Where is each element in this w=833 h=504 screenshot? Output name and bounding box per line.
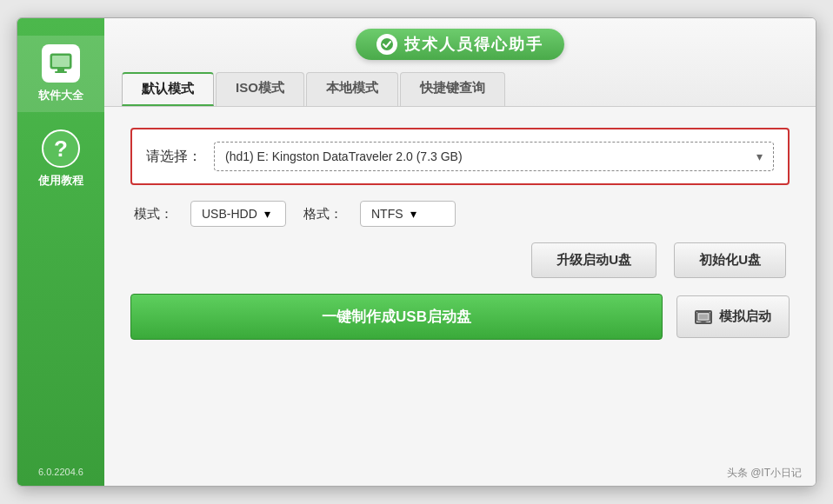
action-buttons-row: 升级启动U盘 初始化U盘 [130, 242, 790, 278]
format-dropdown[interactable]: NTFS ▾ [360, 201, 456, 227]
sidebar-tutorial-label: 使用教程 [38, 173, 83, 189]
mode-value: USB-HDD [202, 207, 257, 221]
svg-rect-8 [700, 322, 708, 322]
app-version: 6.0.2204.6 [30, 458, 92, 486]
sidebar-item-software[interactable]: 软件大全 [17, 36, 104, 112]
simulate-button-label: 模拟启动 [719, 308, 771, 325]
drive-select-dropdown[interactable]: (hd1) E: Kingston DataTraveler 2.0 (7.3 … [214, 142, 774, 171]
watermark-text: 头条 @IT小日记 [727, 467, 802, 479]
mode-dropdown-arrow: ▾ [264, 207, 270, 221]
main-content: 技术人员得心助手 默认模式 ISO模式 本地模式 快捷键查询 请选择： (hd1… [104, 18, 816, 486]
mode-label: 模式： [134, 206, 173, 222]
format-value: NTFS [371, 207, 403, 221]
sidebar-software-label: 软件大全 [38, 88, 83, 103]
svg-rect-3 [55, 71, 67, 73]
drive-select-container: 请选择： (hd1) E: Kingston DataTraveler 2.0 … [130, 128, 790, 185]
footer-watermark: 头条 @IT小日记 [104, 462, 816, 486]
drive-dropdown-arrow: ▾ [756, 149, 763, 163]
main-panel: 请选择： (hd1) E: Kingston DataTraveler 2.0 … [104, 107, 816, 462]
upgrade-button[interactable]: 升级启动U盘 [531, 242, 656, 278]
tab-iso[interactable]: ISO模式 [216, 72, 304, 106]
svg-rect-6 [699, 314, 709, 319]
tabs-bar: 默认模式 ISO模式 本地模式 快捷键查询 [104, 72, 816, 106]
main-action-row: 一键制作成USB启动盘 模拟启动 [130, 294, 790, 340]
check-icon [377, 34, 397, 55]
make-usb-button[interactable]: 一键制作成USB启动盘 [130, 294, 663, 340]
header-title: 技术人员得心助手 [404, 34, 543, 55]
tab-default[interactable]: 默认模式 [122, 72, 214, 106]
monitor-icon [42, 44, 80, 83]
mode-dropdown[interactable]: USB-HDD ▾ [190, 201, 286, 227]
top-header: 技术人员得心助手 默认模式 ISO模式 本地模式 快捷键查询 [104, 18, 816, 107]
svg-rect-1 [52, 56, 70, 67]
simulate-button[interactable]: 模拟启动 [676, 295, 790, 338]
svg-rect-7 [701, 321, 705, 322]
tab-local[interactable]: 本地模式 [306, 72, 398, 106]
header-title-bar: 技术人员得心助手 [356, 29, 564, 60]
format-label: 格式： [303, 206, 343, 222]
sidebar: 软件大全 ? 使用教程 6.0.2204.6 [17, 18, 104, 486]
drive-select-label: 请选择： [146, 148, 202, 166]
app-window: 软件大全 ? 使用教程 6.0.2204.6 技术人员得心助手 [17, 17, 816, 487]
question-icon: ? [42, 129, 80, 168]
init-button[interactable]: 初始化U盘 [674, 242, 786, 278]
simulate-icon [695, 310, 712, 324]
format-dropdown-arrow: ▾ [410, 207, 416, 221]
svg-rect-2 [57, 69, 64, 71]
mode-format-row: 模式： USB-HDD ▾ 格式： NTFS ▾ [130, 201, 790, 227]
tab-shortcut[interactable]: 快捷键查询 [400, 72, 505, 106]
sidebar-item-tutorial[interactable]: ? 使用教程 [17, 121, 104, 197]
drive-select-value: (hd1) E: Kingston DataTraveler 2.0 (7.3 … [225, 149, 463, 163]
